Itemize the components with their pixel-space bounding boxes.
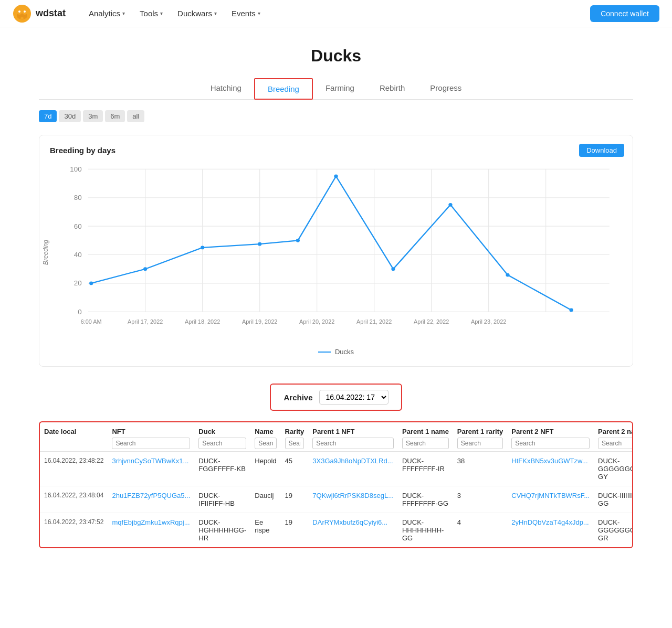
cell-parent1-name: DUCK-FFFFFFFF-GG	[398, 486, 453, 513]
svg-point-5	[24, 10, 26, 13]
chart-legend: Ducks	[50, 348, 622, 356]
search-rarity[interactable]	[285, 438, 304, 449]
search-parent2-name[interactable]	[598, 438, 633, 449]
time-filter-6m[interactable]: 6m	[105, 110, 125, 122]
col-parent2-nft: Parent 2 NFT	[507, 422, 594, 452]
chevron-down-icon: ▾	[122, 10, 125, 16]
cell-rarity: 19	[281, 486, 309, 513]
time-filter-3m[interactable]: 3m	[83, 110, 103, 122]
nav-links: Analytics ▾ Tools ▾ Duckwars ▾ Events ▾	[82, 6, 590, 21]
chart-svg: 0 20 40 60 80 100 6:00 AM April 17, 2022…	[50, 163, 622, 342]
chart-section: Breeding by days Download Breeding	[39, 135, 633, 367]
col-parent1-name: Parent 1 name	[398, 422, 453, 452]
cell-parent2-name: DUCK-GGGGGGGG-GR	[594, 513, 633, 548]
time-filters: 7d 30d 3m 6m all	[39, 110, 633, 122]
col-parent1-nft: Parent 1 NFT	[308, 422, 398, 452]
cell-duck: DUCK-FGGFFFFF-KB	[194, 452, 250, 486]
search-parent1-rarity[interactable]	[457, 438, 503, 449]
navbar: wdstat Analytics ▾ Tools ▾ Duckwars ▾ Ev…	[0, 0, 672, 27]
chart-container: Breeding 0 20 40	[50, 163, 622, 342]
time-filter-30d[interactable]: 30d	[59, 110, 81, 122]
svg-text:20: 20	[74, 280, 82, 287]
svg-text:April 18, 2022: April 18, 2022	[185, 318, 220, 325]
svg-point-37	[143, 267, 147, 271]
archive-label: Archive	[284, 393, 312, 402]
time-filter-all[interactable]: all	[127, 110, 144, 122]
search-parent1-nft[interactable]	[312, 438, 394, 449]
nav-item-tools[interactable]: Tools ▾	[133, 6, 169, 21]
cell-date: 16.04.2022, 23:48:04	[40, 486, 108, 513]
table-row: 16.04.2022, 23:48:22 3rhjvnnCySoTWBwKx1.…	[40, 452, 633, 486]
cell-parent2-nft: HtFKxBN5xv3uGWTzw...	[507, 452, 594, 486]
nav-item-events[interactable]: Events ▾	[225, 6, 267, 21]
svg-text:80: 80	[74, 194, 82, 201]
cell-parent1-nft: 3X3Ga9Jh8oNpDTXLRd...	[308, 452, 398, 486]
cell-parent2-name: DUCK-GGGGGGGG-GY	[594, 452, 633, 486]
svg-text:April 17, 2022: April 17, 2022	[128, 318, 163, 325]
chevron-down-icon: ▾	[258, 10, 260, 16]
col-parent2-name: Parent 2 name	[594, 422, 633, 452]
svg-point-44	[506, 273, 509, 277]
svg-point-4	[18, 10, 20, 13]
main-content: Ducks Hatching Breeding Farming Rebirth …	[26, 27, 646, 571]
svg-text:April 21, 2022: April 21, 2022	[356, 318, 392, 325]
table-header-row: Date local NFT Duck Name	[40, 422, 633, 452]
search-parent1-name[interactable]	[402, 438, 449, 449]
cell-name: Hepold	[250, 452, 280, 486]
tab-hatching[interactable]: Hatching	[198, 78, 254, 100]
cell-nft: 3rhjvnnCySoTWBwKx1...	[108, 452, 194, 486]
cell-parent1-rarity: 38	[453, 452, 507, 486]
nav-item-duckwars[interactable]: Duckwars ▾	[171, 6, 223, 21]
svg-point-41	[334, 175, 338, 178]
download-button[interactable]: Download	[579, 144, 624, 157]
cell-parent1-rarity: 3	[453, 486, 507, 513]
tab-rebirth[interactable]: Rebirth	[367, 78, 417, 100]
table-section: Date local NFT Duck Name	[39, 421, 633, 548]
archive-section: Archive 16.04.2022: 17	[39, 384, 633, 411]
table-body: 16.04.2022, 23:48:22 3rhjvnnCySoTWBwKx1.…	[40, 452, 633, 548]
table-row: 16.04.2022, 23:48:04 2hu1FZB72yfP5QUGa5.…	[40, 486, 633, 513]
chart-title: Breeding by days	[50, 146, 622, 155]
search-duck[interactable]	[198, 438, 246, 449]
cell-parent1-rarity: 4	[453, 513, 507, 548]
svg-point-45	[569, 308, 573, 312]
col-rarity: Rarity	[281, 422, 309, 452]
svg-text:April 23, 2022: April 23, 2022	[471, 318, 506, 325]
cell-parent1-nft: 7QKwji6tRrPSK8D8segL...	[308, 486, 398, 513]
legend-label: Ducks	[335, 348, 354, 356]
svg-point-43	[448, 203, 452, 207]
nav-item-analytics[interactable]: Analytics ▾	[82, 6, 131, 21]
tab-breeding[interactable]: Breeding	[254, 78, 313, 100]
search-nft[interactable]	[112, 438, 190, 449]
connect-wallet-button[interactable]: Connect wallet	[590, 5, 659, 22]
cell-parent1-name: DUCK-HHHHHHHH-GG	[398, 513, 453, 548]
search-parent2-nft[interactable]	[511, 438, 590, 449]
svg-rect-7	[20, 17, 24, 19]
cell-date: 16.04.2022, 23:47:52	[40, 513, 108, 548]
archive-box: Archive 16.04.2022: 17	[270, 384, 402, 411]
svg-point-38	[201, 246, 204, 250]
tab-farming[interactable]: Farming	[313, 78, 367, 100]
tab-progress[interactable]: Progress	[417, 78, 474, 100]
cell-parent2-name: DUCK-IIIIIIII-GG	[594, 486, 633, 513]
svg-text:6:00 AM: 6:00 AM	[81, 318, 102, 325]
brand: wdstat	[13, 4, 66, 23]
svg-point-40	[296, 239, 300, 242]
svg-text:100: 100	[70, 165, 81, 173]
cell-rarity: 45	[281, 452, 309, 486]
col-date: Date local	[40, 422, 108, 452]
legend-line-icon	[318, 352, 331, 353]
brand-name: wdstat	[36, 8, 66, 19]
svg-text:April 20, 2022: April 20, 2022	[299, 318, 334, 325]
archive-select[interactable]: 16.04.2022: 17	[319, 390, 388, 405]
search-name[interactable]	[255, 438, 276, 449]
svg-text:60: 60	[74, 222, 82, 230]
table-row: 16.04.2022, 23:47:52 mqfEbjbgZmku1wxRqpj…	[40, 513, 633, 548]
col-nft: NFT	[108, 422, 194, 452]
y-axis-label: Breeding	[42, 240, 49, 265]
tabs-bar: Hatching Breeding Farming Rebirth Progre…	[39, 78, 633, 100]
time-filter-7d[interactable]: 7d	[39, 110, 57, 122]
cell-name: Dauclj	[250, 486, 280, 513]
cell-duck: DUCK-IFIIFIFF-HB	[194, 486, 250, 513]
chevron-down-icon: ▾	[160, 10, 163, 16]
